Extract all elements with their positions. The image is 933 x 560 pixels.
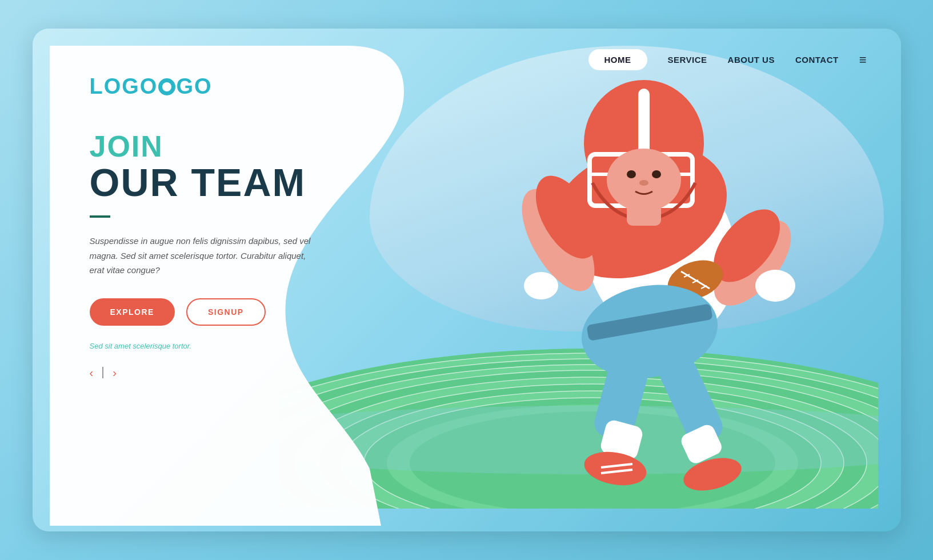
nav-home-button[interactable]: HOME — [588, 49, 647, 70]
nav-menu-icon[interactable]: ≡ — [859, 53, 867, 67]
svg-point-46 — [581, 447, 648, 490]
svg-rect-42 — [627, 197, 661, 226]
hero-content: LOGO GO JOIN OUR TEAM Suspendisse in aug… — [90, 74, 375, 379]
svg-point-26 — [755, 270, 795, 302]
logo-go: GO — [176, 74, 212, 99]
pagination: ‹ › — [90, 366, 375, 379]
logo: LOGO GO — [90, 74, 375, 99]
svg-point-27 — [524, 272, 558, 299]
logo-text: LOGO — [90, 74, 158, 99]
our-team-heading: OUR TEAM — [90, 163, 375, 202]
cta-buttons: EXPLORE SIGNUP — [90, 298, 375, 326]
nav-service-link[interactable]: SERVICE — [668, 55, 707, 65]
logo-circle — [158, 78, 175, 95]
next-arrow[interactable]: › — [113, 366, 117, 379]
nav-contact-link[interactable]: CONTACT — [795, 55, 839, 65]
nav-about-link[interactable]: ABOUT US — [728, 55, 775, 65]
svg-point-41 — [639, 180, 648, 186]
prev-arrow[interactable]: ‹ — [90, 366, 94, 379]
join-heading: JOIN — [90, 130, 375, 163]
svg-point-39 — [627, 170, 636, 178]
signup-button[interactable]: SIGNUP — [186, 298, 266, 326]
hero-description: Suspendisse in augue non felis dignissim… — [90, 234, 318, 278]
caption-text: Sed sit amet scelerisque tortor. — [90, 342, 375, 350]
outer-card: HOME SERVICE ABOUT US CONTACT ≡ — [33, 29, 901, 531]
pagination-divider — [102, 367, 103, 378]
explore-button[interactable]: EXPLORE — [90, 298, 175, 326]
navigation: HOME SERVICE ABOUT US CONTACT ≡ — [588, 29, 901, 70]
football-player-illustration — [455, 57, 884, 503]
heading-divider — [90, 215, 110, 218]
svg-point-40 — [652, 170, 661, 178]
